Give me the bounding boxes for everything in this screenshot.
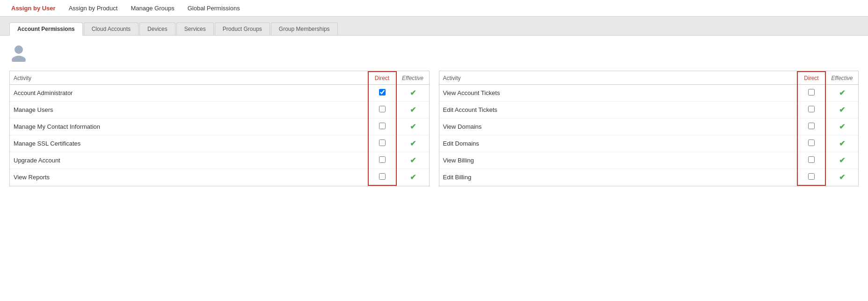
activity-label: Upgrade Account [10, 152, 368, 169]
permissions-table-left: Activity Direct Effective Account Admini… [9, 71, 430, 186]
effective-checkmark-icon: ✔ [839, 156, 845, 164]
direct-cell [797, 85, 825, 102]
effective-checkmark-icon: ✔ [839, 173, 845, 181]
activity-label: View Billing [439, 152, 798, 169]
activity-label: Edit Account Tickets [439, 102, 798, 118]
direct-cell [368, 152, 396, 169]
permission-checkbox[interactable] [379, 173, 386, 180]
effective-cell: ✔ [396, 118, 429, 135]
tab-bar: Account Permissions Cloud Accounts Devic… [0, 17, 868, 36]
effective-checkmark-icon: ✔ [839, 139, 845, 147]
activity-label: Manage SSL Certificates [10, 135, 368, 152]
effective-cell: ✔ [396, 169, 429, 186]
direct-cell [368, 85, 396, 102]
table-row: Edit Account Tickets✔ [439, 102, 859, 118]
svg-point-0 [15, 45, 23, 54]
direct-cell [797, 118, 825, 135]
activity-label: Edit Domains [439, 135, 798, 152]
nav-assign-by-product[interactable]: Assign by Product [62, 0, 124, 16]
permissions-tables: Activity Direct Effective Account Admini… [9, 71, 859, 186]
table1-direct-header: Direct [368, 72, 396, 85]
user-avatar-icon [9, 43, 28, 62]
nav-global-permissions[interactable]: Global Permissions [181, 0, 247, 16]
svg-point-1 [12, 56, 26, 62]
activity-label: View Domains [439, 118, 798, 135]
permission-checkbox[interactable] [808, 89, 815, 95]
table-row: Edit Billing✔ [439, 169, 859, 186]
tab-services[interactable]: Services [176, 22, 214, 35]
tab-product-groups[interactable]: Product Groups [215, 22, 270, 35]
nav-manage-groups[interactable]: Manage Groups [124, 0, 181, 16]
table2-effective-header: Effective [825, 72, 858, 85]
effective-cell: ✔ [396, 85, 429, 102]
effective-cell: ✔ [825, 169, 858, 186]
direct-cell [368, 169, 396, 186]
effective-checkmark-icon: ✔ [410, 139, 416, 147]
effective-cell: ✔ [825, 85, 858, 102]
table2-direct-header: Direct [797, 72, 825, 85]
user-icon-wrap [9, 43, 859, 63]
permission-checkbox[interactable] [808, 156, 815, 163]
direct-cell [368, 135, 396, 152]
permissions-table-right: Activity Direct Effective View Account T… [439, 71, 859, 186]
effective-checkmark-icon: ✔ [839, 89, 845, 97]
activity-label: View Account Tickets [439, 85, 798, 102]
effective-cell: ✔ [825, 102, 858, 118]
table1-effective-header: Effective [396, 72, 429, 85]
permission-checkbox[interactable] [808, 123, 815, 129]
table-row: Account Administrator✔ [10, 85, 429, 102]
permission-checkbox[interactable] [808, 106, 815, 112]
activity-label: Account Administrator [10, 85, 368, 102]
activity-label: Manage Users [10, 102, 368, 118]
direct-cell [368, 102, 396, 118]
top-nav: Assign by User Assign by Product Manage … [0, 0, 868, 17]
permission-checkbox[interactable] [379, 139, 386, 146]
permission-checkbox[interactable] [379, 106, 386, 112]
table-row: Manage My Contact Information✔ [10, 118, 429, 135]
nav-assign-by-user[interactable]: Assign by User [5, 0, 62, 16]
effective-checkmark-icon: ✔ [410, 106, 416, 114]
effective-checkmark-icon: ✔ [410, 89, 416, 97]
table2-activity-header: Activity [439, 72, 798, 85]
effective-cell: ✔ [825, 118, 858, 135]
direct-cell [797, 102, 825, 118]
table-row: Manage Users✔ [10, 102, 429, 118]
effective-cell: ✔ [396, 102, 429, 118]
effective-cell: ✔ [825, 135, 858, 152]
tab-cloud-accounts[interactable]: Cloud Accounts [84, 22, 139, 35]
activity-label: Manage My Contact Information [10, 118, 368, 135]
main-content: Activity Direct Effective Account Admini… [0, 36, 868, 301]
direct-cell [368, 118, 396, 135]
direct-cell [797, 152, 825, 169]
effective-checkmark-icon: ✔ [410, 173, 416, 181]
table-row: View Domains✔ [439, 118, 859, 135]
direct-cell [797, 169, 825, 186]
tab-account-permissions[interactable]: Account Permissions [9, 22, 83, 36]
table-row: View Billing✔ [439, 152, 859, 169]
tab-group-memberships[interactable]: Group Memberships [271, 22, 338, 35]
activity-label: Edit Billing [439, 169, 798, 186]
table-row: Upgrade Account✔ [10, 152, 429, 169]
permission-checkbox[interactable] [808, 139, 815, 146]
effective-checkmark-icon: ✔ [839, 106, 845, 114]
permission-checkbox[interactable] [379, 89, 386, 95]
effective-cell: ✔ [825, 152, 858, 169]
effective-cell: ✔ [396, 135, 429, 152]
effective-cell: ✔ [396, 152, 429, 169]
table-row: Manage SSL Certificates✔ [10, 135, 429, 152]
effective-checkmark-icon: ✔ [839, 123, 845, 131]
effective-checkmark-icon: ✔ [410, 156, 416, 164]
permission-checkbox[interactable] [379, 156, 386, 163]
table1-activity-header: Activity [10, 72, 368, 85]
tab-devices[interactable]: Devices [139, 22, 175, 35]
permission-checkbox[interactable] [808, 173, 815, 180]
table-row: Edit Domains✔ [439, 135, 859, 152]
table-row: View Reports✔ [10, 169, 429, 186]
effective-checkmark-icon: ✔ [410, 123, 416, 131]
table-row: View Account Tickets✔ [439, 85, 859, 102]
direct-cell [797, 135, 825, 152]
permission-checkbox[interactable] [379, 123, 386, 129]
activity-label: View Reports [10, 169, 368, 186]
